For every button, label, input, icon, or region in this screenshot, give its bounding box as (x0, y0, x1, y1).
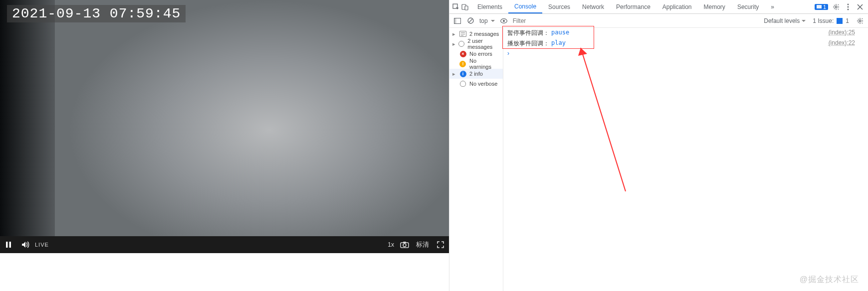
tab-application[interactable]: Application (656, 0, 698, 13)
sidebar-toggle-icon[interactable] (453, 17, 461, 25)
tab-memory[interactable]: Memory (698, 0, 731, 13)
quality-selector[interactable]: 标清 (416, 240, 429, 249)
console-sidebar: ▸ 2 messages ▸ 2 user messages × No erro… (449, 28, 503, 291)
video-frame (0, 0, 449, 236)
svg-rect-4 (403, 242, 406, 243)
sidebar-item-label: 2 messages (469, 31, 499, 37)
messages-icon (459, 30, 466, 37)
console-body: ▸ 2 messages ▸ 2 user messages × No erro… (449, 28, 868, 291)
sidebar-item-label: No verbose (469, 81, 497, 87)
watermark: @掘金技术社区 (800, 275, 859, 285)
bug-icon (459, 80, 466, 87)
settings-gear-icon[interactable] (832, 3, 840, 11)
svg-rect-0 (6, 242, 8, 248)
snapshot-button[interactable] (396, 236, 413, 253)
info-icon: i (460, 71, 466, 77)
svg-point-3 (403, 244, 406, 247)
warning-icon: ! (459, 61, 466, 67)
devtools-tabstrip: Elements Console Sources Network Perform… (449, 0, 868, 14)
sidebar-info[interactable]: ▸i 2 info (449, 69, 503, 79)
issues-count: 1 (846, 17, 849, 24)
kebab-menu-icon[interactable] (844, 3, 852, 11)
sidebar-verbose[interactable]: No verbose (449, 79, 503, 89)
console-filter-input[interactable] (513, 17, 682, 24)
sidebar-item-label: No errors (469, 51, 492, 57)
svg-rect-1 (9, 242, 11, 248)
playback-rate[interactable]: 1x (388, 241, 394, 248)
tabs-overflow[interactable]: » (765, 0, 780, 13)
console-settings-gear-icon[interactable] (856, 17, 864, 25)
live-badge: LIVE (35, 242, 49, 248)
console-prompt[interactable]: › (503, 49, 868, 58)
issues-indicator[interactable]: 1 Issue: 1 (813, 17, 849, 24)
volume-button[interactable] (17, 236, 34, 253)
tab-console[interactable]: Console (508, 0, 542, 13)
close-devtools-icon[interactable] (856, 3, 864, 11)
sidebar-item-label: 2 info (469, 71, 483, 77)
sidebar-messages[interactable]: ▸ 2 messages (449, 29, 503, 39)
console-log-line: 暂停事件回调： pause (index):25 (503, 28, 868, 38)
svg-point-12 (848, 8, 849, 10)
svg-point-9 (835, 6, 837, 8)
console-log-area[interactable]: 暂停事件回调： pause (index):25 播放事件回调： play (i… (503, 28, 868, 291)
svg-line-19 (581, 48, 626, 191)
video-timestamp: 2021-09-13 07:59:45 (7, 5, 186, 22)
tab-security[interactable]: Security (731, 0, 765, 13)
svg-rect-7 (465, 6, 468, 10)
sidebar-warnings[interactable]: ! No warnings (449, 59, 503, 69)
console-toolbar: top Default levels 1 Issue: 1 (449, 14, 868, 28)
svg-rect-14 (454, 18, 456, 23)
log-source-link[interactable]: (index):22 (829, 39, 864, 48)
fullscreen-button[interactable] (432, 236, 449, 253)
console-log-line: 播放事件回调： play (index):22 (503, 38, 868, 49)
svg-point-10 (848, 3, 849, 5)
tab-performance[interactable]: Performance (610, 0, 656, 13)
svg-point-18 (859, 20, 861, 22)
tab-elements[interactable]: Elements (471, 0, 508, 13)
player-controls: LIVE 1x 标清 (0, 236, 449, 253)
log-text: 播放事件回调： (507, 39, 549, 48)
svg-rect-8 (817, 5, 822, 8)
log-value: play (551, 39, 566, 48)
issues-label: 1 Issue: (813, 17, 834, 24)
svg-point-11 (848, 6, 849, 7)
log-source-link[interactable]: (index):25 (829, 29, 864, 37)
log-text: 暂停事件回调： (507, 29, 549, 37)
tab-sources[interactable]: Sources (542, 0, 576, 13)
inspect-icon[interactable] (452, 3, 460, 11)
log-levels-dropdown[interactable]: Default levels (764, 17, 806, 24)
live-expression-icon[interactable] (500, 17, 508, 25)
pause-button[interactable] (0, 236, 17, 253)
tab-network[interactable]: Network (576, 0, 610, 13)
issues-square-icon (837, 18, 843, 24)
annotation-arrow (573, 42, 633, 196)
svg-point-17 (503, 20, 505, 22)
context-selector[interactable]: top (479, 17, 495, 24)
log-value: pause (551, 29, 569, 37)
tab-issue-badge[interactable]: 1 (815, 4, 828, 10)
sidebar-item-label: No warnings (469, 58, 500, 70)
devtools-panel: Elements Console Sources Network Perform… (449, 0, 868, 291)
user-icon (458, 40, 464, 47)
device-toggle-icon[interactable] (461, 3, 469, 11)
sidebar-errors[interactable]: × No errors (449, 49, 503, 59)
video-player: 2021-09-13 07:59:45 LIVE 1x 标清 (0, 0, 449, 253)
clear-console-icon[interactable] (466, 17, 474, 25)
sidebar-item-label: 2 user messages (467, 38, 500, 50)
error-icon: × (460, 51, 466, 57)
sidebar-user-messages[interactable]: ▸ 2 user messages (449, 39, 503, 49)
tab-issue-count: 1 (823, 4, 826, 10)
